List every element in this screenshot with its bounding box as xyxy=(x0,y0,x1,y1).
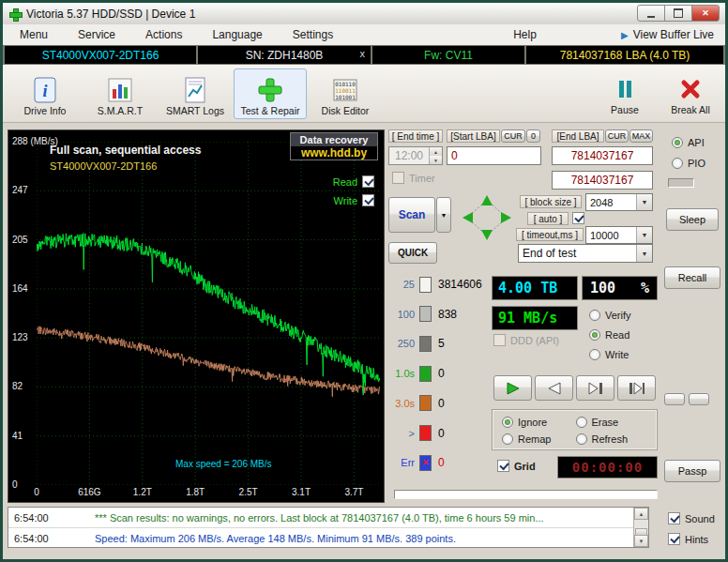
histogram-swatch xyxy=(419,425,432,441)
quick-button[interactable]: QUICK xyxy=(388,242,437,264)
grid-checkbox[interactable] xyxy=(497,460,509,472)
sound-checkbox[interactable] xyxy=(668,512,680,524)
histogram-row: 1.0s0 xyxy=(387,365,445,382)
ddd-checkbox[interactable] xyxy=(493,334,506,346)
radio-icon xyxy=(672,137,683,148)
hints-toggle[interactable]: Hints xyxy=(668,533,708,545)
triangle-left-icon xyxy=(546,382,563,395)
block-size-combo[interactable]: 2048 ▼ xyxy=(585,193,653,211)
histogram-count: 3814606 xyxy=(438,278,482,291)
timer-toggle[interactable]: Timer xyxy=(392,172,435,184)
action-radio-refresh[interactable]: Refresh xyxy=(576,433,650,448)
side-mini-button-2[interactable] xyxy=(689,393,709,405)
dropdown-icon[interactable]: ▼ xyxy=(636,194,652,210)
start-button[interactable] xyxy=(493,375,532,401)
seek-end-icon xyxy=(629,382,645,395)
histogram-count: 0 xyxy=(438,427,445,440)
play-icon xyxy=(505,382,522,395)
sound-toggle[interactable]: Sound xyxy=(668,512,715,524)
scan-button[interactable]: Scan xyxy=(388,197,435,233)
menu-item-language[interactable]: Language xyxy=(203,26,271,43)
ddd-toggle[interactable]: DDD (API) xyxy=(493,334,559,346)
pause-button[interactable]: Pause xyxy=(596,68,654,118)
start-lba-zero-button[interactable]: 0 xyxy=(526,129,540,143)
break-all-button[interactable]: Break All xyxy=(661,68,720,118)
menu-item-menu[interactable]: Menu xyxy=(10,26,57,43)
seek-end-button[interactable] xyxy=(617,375,656,401)
sleep-button[interactable]: Sleep xyxy=(666,208,719,231)
device-serial[interactable]: SN: ZDH1480B x xyxy=(198,46,371,64)
pio-radio[interactable]: PIO xyxy=(672,158,705,169)
end-lba-max-button[interactable]: MAX xyxy=(629,129,653,143)
menu-item-settings[interactable]: Settings xyxy=(283,26,342,43)
seek-next-button[interactable] xyxy=(576,375,614,401)
mode-radio-write[interactable]: Write xyxy=(589,349,631,360)
serial-close-icon[interactable]: x xyxy=(360,48,366,59)
toolbar-smart-logs-button[interactable]: SMART Logs xyxy=(159,68,232,119)
action-radio-erase[interactable]: Erase xyxy=(576,415,650,430)
scan-dropdown-button[interactable]: ▼ xyxy=(436,197,451,233)
end-lba-input[interactable]: 7814037167 xyxy=(552,146,653,165)
side-mini-button-1[interactable] xyxy=(664,393,685,405)
y-tick-label: 41 xyxy=(12,431,23,441)
toolbar-test-repair-button[interactable]: Test & Repair xyxy=(234,68,307,119)
toolbar-drive-info-button[interactable]: iDrive Info xyxy=(8,68,82,119)
mode-radio-read[interactable]: Read xyxy=(589,329,631,341)
end-of-test-combo[interactable]: End of test ▼ xyxy=(518,244,653,263)
passp-button[interactable]: Passp xyxy=(664,460,720,482)
back-button[interactable] xyxy=(535,375,573,401)
timeout-combo[interactable]: 10000 ▼ xyxy=(585,226,653,244)
device-firmware[interactable]: Fw: CV11 xyxy=(372,46,524,64)
speed-display: 91 MB/s xyxy=(492,306,578,330)
end-time-label: [ End time ] xyxy=(388,129,443,143)
pause-icon xyxy=(614,74,636,104)
histogram-count: 0 xyxy=(438,456,445,469)
toolbar: iDrive InfoS.M.A.R.TSMART LogsTest & Rep… xyxy=(3,65,725,123)
maximize-button[interactable] xyxy=(664,5,692,22)
spin-up-icon[interactable]: ▲ xyxy=(430,147,442,156)
seek-pad[interactable] xyxy=(460,193,514,242)
minimize-button[interactable] xyxy=(637,5,665,22)
graph-write-toggle[interactable]: Write xyxy=(334,194,374,206)
menu-bar: MenuServiceActionsLanguageSettingsHelp ▶… xyxy=(3,24,725,46)
spin-down-icon[interactable]: ▼ xyxy=(430,156,442,164)
scroll-up-button[interactable]: ▲ xyxy=(634,508,648,520)
log-scrollbar[interactable]: ▲ ▼ xyxy=(633,508,648,547)
close-button[interactable]: ✕ xyxy=(691,5,720,22)
graph-read-toggle[interactable]: Read xyxy=(333,175,374,188)
menu-item-service[interactable]: Service xyxy=(68,26,125,43)
grid-toggle[interactable]: Grid xyxy=(497,460,536,472)
svg-text:110011: 110011 xyxy=(335,87,356,94)
mode-radio-verify[interactable]: Verify xyxy=(589,310,631,321)
action-radio-ignore[interactable]: Ignore xyxy=(502,415,576,430)
start-lba-cur-button[interactable]: CUR xyxy=(501,129,525,143)
write-checkbox[interactable] xyxy=(362,194,374,206)
toolbar-disk-editor-button[interactable]: 010110110011101001Disk Editor xyxy=(309,68,382,119)
svg-text:101001: 101001 xyxy=(335,94,356,100)
dropdown-icon[interactable]: ▼ xyxy=(636,227,652,243)
scroll-down-button[interactable]: ▼ xyxy=(634,535,648,547)
log-row: 6:54:00Speed: Maximum 206 MB/s. Average … xyxy=(8,527,648,548)
device-model[interactable]: ST4000VX007-2DT166 xyxy=(5,46,196,64)
hints-checkbox[interactable] xyxy=(668,533,680,545)
auto-checkbox[interactable] xyxy=(572,212,584,224)
end-time-spinner[interactable]: 12:00 ▲ ▼ xyxy=(388,146,443,165)
dropdown-icon[interactable]: ▼ xyxy=(636,245,652,262)
svg-text:010110: 010110 xyxy=(335,81,356,87)
menu-item-help[interactable]: Help xyxy=(504,26,546,43)
toolbar-s-m-a-r-t-button[interactable]: S.M.A.R.T xyxy=(83,68,157,119)
start-lba-input[interactable]: 0 xyxy=(447,146,541,165)
histogram-swatch: ✕ xyxy=(419,455,432,471)
timer-lba-input[interactable]: 7814037167 xyxy=(552,171,653,190)
histogram-swatch xyxy=(419,366,432,382)
recall-button[interactable]: Recall xyxy=(664,266,720,289)
end-lba-cur-button[interactable]: CUR xyxy=(605,129,629,143)
menu-item-actions[interactable]: Actions xyxy=(136,26,191,43)
read-checkbox[interactable] xyxy=(362,175,374,188)
view-buffer-live-button[interactable]: ▶ View Buffer Live xyxy=(621,24,714,45)
timer-checkbox[interactable] xyxy=(392,172,404,184)
action-radio-remap[interactable]: Remap xyxy=(502,433,576,448)
device-capacity[interactable]: 7814037168 LBA (4.0 TB) xyxy=(526,46,723,64)
radio-icon xyxy=(589,310,600,321)
api-radio[interactable]: API xyxy=(672,137,705,148)
